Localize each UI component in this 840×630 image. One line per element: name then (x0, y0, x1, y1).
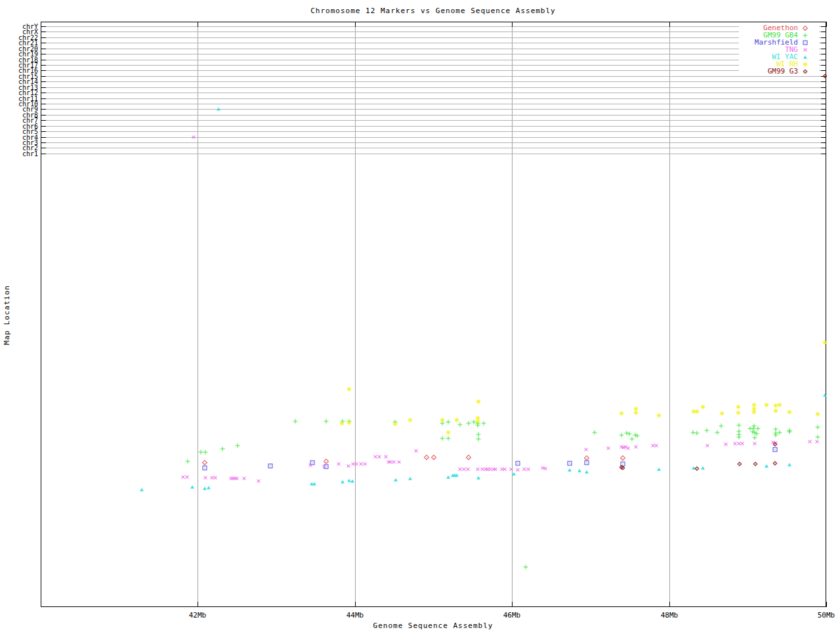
x-tick-mark (355, 602, 356, 607)
chromosome-gridline (41, 104, 826, 104)
scatter-point (619, 433, 623, 438)
y-tick-mark (41, 115, 46, 116)
scatter-point (335, 461, 342, 467)
x-tick-mark (669, 602, 670, 607)
y-tick-mark (821, 154, 826, 154)
y-tick-mark (821, 109, 826, 110)
scatter-point (823, 394, 827, 397)
chromosome-gridline (41, 154, 826, 154)
scatter-point (202, 460, 207, 465)
y-tick-mark (41, 104, 46, 104)
y-tick-mark (821, 60, 826, 60)
scatter-point (339, 421, 344, 426)
scatter-point (523, 565, 528, 570)
scatter-point (190, 486, 194, 489)
y-tick-mark (41, 109, 46, 110)
scatter-point (822, 341, 827, 345)
scatter-point (736, 405, 740, 410)
scatter-point (694, 410, 699, 414)
scatter-point (423, 455, 429, 460)
scatter-point (458, 423, 463, 427)
y-tick-mark (821, 65, 826, 66)
scatter-point (408, 418, 412, 423)
chromosome-gridline (41, 49, 826, 49)
chromosome-gridline (41, 142, 826, 143)
scatter-point (704, 442, 711, 449)
scatter-point (584, 461, 589, 465)
y-tick-mark (821, 43, 826, 43)
y-tick-mark (41, 131, 46, 132)
y-tick-mark (41, 142, 46, 143)
scatter-point (755, 427, 760, 431)
chromosome-gridline (41, 115, 826, 116)
y-tick-mark (821, 131, 826, 132)
y-tick-mark (41, 81, 46, 82)
scatter-point (578, 469, 581, 472)
y-tick-mark (821, 104, 826, 104)
scatter-point (787, 430, 791, 434)
y-tick-mark (41, 87, 46, 88)
scatter-point (220, 447, 224, 452)
scatter-point (202, 474, 209, 481)
y-tick-mark (41, 137, 46, 138)
legend-marker-tri-icon (798, 54, 812, 60)
scatter-point (653, 442, 660, 449)
scatter-point (738, 461, 742, 466)
wi-rh-marker-icon (803, 62, 808, 66)
y-tick-mark (41, 43, 46, 43)
scatter-point (773, 448, 778, 452)
scatter-point (413, 448, 419, 454)
scatter-point (736, 411, 740, 415)
scatter-point (592, 430, 597, 435)
scatter-point (788, 463, 791, 467)
tng-marker-icon (802, 47, 808, 53)
scatter-point (236, 444, 240, 448)
y-tick-mark (41, 93, 46, 93)
chromosome-gridline (41, 137, 826, 138)
scatter-point (635, 434, 639, 438)
y-tick-mark (41, 70, 46, 71)
x-tick-mark (669, 22, 670, 27)
scatter-point (199, 450, 203, 455)
y-tick-mark (41, 54, 46, 54)
scatter-point (396, 459, 402, 465)
scatter-point (347, 387, 352, 392)
y-tick-mark (821, 115, 826, 116)
scatter-point (751, 440, 758, 447)
y-tick-mark (41, 76, 46, 77)
scatter-point (701, 467, 705, 470)
scatter-chart: Chromosome 12 Markers vs Genome Sequence… (0, 0, 840, 630)
scatter-point (568, 469, 572, 472)
scatter-point (440, 436, 444, 441)
gm99-gb4-marker-icon (803, 33, 808, 37)
y-tick-mark (41, 32, 46, 32)
scatter-point (737, 423, 742, 428)
scatter-point (633, 444, 639, 450)
legend-row: Marshfield (739, 39, 819, 46)
scatter-point (350, 480, 354, 483)
scatter-point (815, 412, 820, 417)
scatter-point (567, 461, 572, 466)
x-tick-label: 44Mb (335, 611, 375, 620)
scatter-point (620, 455, 625, 461)
scatter-point (525, 466, 532, 472)
x-tick-label: 46Mb (492, 611, 532, 620)
scatter-point (508, 466, 514, 472)
legend-marker-plus-icon (798, 32, 812, 38)
scatter-point (203, 450, 208, 455)
y-tick-mark (821, 26, 826, 27)
y-tick-mark (41, 60, 46, 60)
x-tick-mark (355, 22, 356, 27)
y-tick-mark (41, 120, 46, 121)
scatter-point (476, 437, 480, 442)
scatter-point (476, 400, 480, 404)
scatter-point (807, 438, 813, 445)
x-tick-mark (512, 22, 513, 27)
chromosome-gridline (41, 109, 826, 110)
chromosome-gridline (41, 32, 826, 32)
x-tick-mark (826, 602, 827, 607)
x-tick-mark (512, 602, 513, 607)
chromosome-gridline (41, 148, 826, 148)
x-tick-mark (826, 22, 827, 27)
scatter-point (774, 409, 778, 413)
